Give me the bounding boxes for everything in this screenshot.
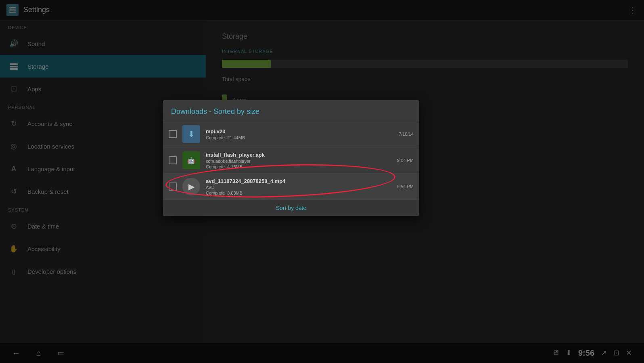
- download-info-1: mpi.v23 Complete 21.44MB: [206, 128, 393, 140]
- download-status-3: Complete 3.03MB: [206, 191, 391, 195]
- download-name-1: mpi.v23: [206, 128, 393, 134]
- download-checkbox-1[interactable]: [169, 130, 177, 138]
- download-sub-3: AVD: [206, 185, 391, 190]
- downloads-dialog: Downloads - Sorted by size ⬇ mpi.v23 Com…: [163, 100, 419, 216]
- download-status-2: Complete 4.15MB: [206, 164, 391, 169]
- download-item-1[interactable]: ⬇ mpi.v23 Complete 21.44MB 7/10/14: [163, 121, 419, 147]
- download-thumb-3: ▶: [182, 178, 200, 195]
- download-info-3: avd_11187324_28878258_4.mp4 AVD Complete…: [206, 178, 391, 195]
- download-time-3: 9:54 PM: [397, 184, 414, 189]
- download-name-2: install_flash_player.apk: [206, 152, 391, 158]
- download-item-3[interactable]: ▶ avd_11187324_28878258_4.mp4 AVD Comple…: [163, 174, 419, 200]
- download-name-3: avd_11187324_28878258_4.mp4: [206, 178, 391, 184]
- download-checkbox-3[interactable]: [169, 183, 177, 191]
- sort-by-date-button[interactable]: Sort by date: [276, 205, 307, 211]
- download-checkbox-2[interactable]: [169, 156, 177, 164]
- download-time-2: 9:04 PM: [397, 158, 414, 163]
- download-thumb-1: ⬇: [182, 125, 200, 143]
- download-item-2[interactable]: 🤖 install_flash_player.apk com.adobe.fla…: [163, 147, 419, 174]
- dialog-footer: Sort by date: [163, 200, 419, 216]
- download-thumb-2: 🤖: [182, 151, 200, 169]
- download-info-2: install_flash_player.apk com.adobe.flash…: [206, 152, 391, 169]
- dialog-title: Downloads - Sorted by size: [163, 100, 419, 121]
- download-sub-2: com.adobe.flashplayer: [206, 159, 391, 164]
- download-time-1: 7/10/14: [399, 132, 414, 136]
- download-status-1: Complete 21.44MB: [206, 135, 393, 140]
